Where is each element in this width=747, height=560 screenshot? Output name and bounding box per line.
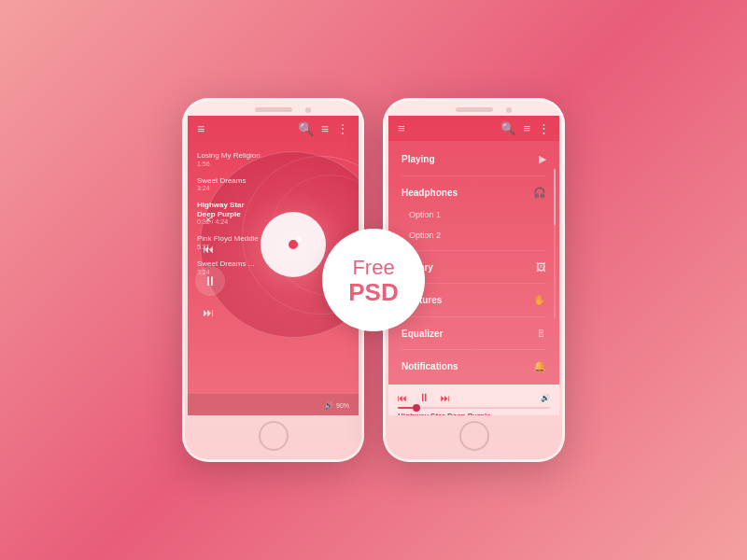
more-icon[interactable]: ⋮ (538, 121, 550, 135)
phone2-bottom (385, 415, 563, 460)
search-icon[interactable]: 🔍 (298, 121, 314, 136)
notifications-label: Notifications (402, 361, 458, 371)
track-name: Losing My Religion (197, 151, 300, 161)
phones-container: ≡ 🔍 ≡ ⋮ (0, 0, 747, 560)
search-icon[interactable]: 🔍 (500, 121, 515, 135)
phone1-bottom (184, 415, 362, 460)
phone1-topbar: ≡ 🔍 ≡ ⋮ (188, 116, 359, 142)
divider (402, 250, 546, 251)
track-name: Sweet Dreams (197, 176, 300, 186)
scrollbar[interactable] (554, 169, 556, 318)
volume-level: 90% (336, 402, 349, 409)
divider (402, 349, 546, 350)
menu-sub-option2[interactable]: Option 2 (402, 223, 546, 244)
notifications-icon: 🔔 (533, 360, 546, 372)
queue-icon[interactable]: ≡ (523, 121, 530, 135)
equalizer-label: Equalizer (402, 329, 443, 339)
mini-play-button[interactable]: ⏸ (418, 391, 430, 404)
menu-item-equalizer[interactable]: Equalizer 🎚 (402, 324, 546, 343)
home-button[interactable] (259, 421, 289, 451)
phone2-speaker (456, 107, 493, 112)
library-icon: 🖼 (536, 261, 546, 273)
phone1-speaker (255, 107, 292, 112)
menu-item-headphones[interactable]: Headphones 🎧 (402, 183, 546, 203)
track-item[interactable]: Sweet Dreams 3:24 (197, 176, 300, 192)
queue-icon[interactable]: ≡ (321, 121, 329, 136)
scrollbar-thumb (554, 169, 556, 225)
mini-prev-button[interactable]: ⏮ (398, 393, 407, 403)
play-pause-button[interactable]: ⏸ (195, 266, 225, 296)
option2-label: Option 2 (409, 231, 441, 240)
volume-row: 🔊 90% (197, 401, 349, 410)
home-button-2[interactable] (459, 421, 489, 451)
track-item[interactable]: Losing My Religion 1:56 (197, 151, 300, 167)
more-icon[interactable]: ⋮ (336, 121, 349, 136)
mini-controls: ⏮ ⏸ ⏭ 🔊 (398, 391, 550, 404)
track-duration: 3:24 (197, 185, 300, 191)
phone2-camera (506, 107, 512, 113)
playing-label: Playing (402, 154, 435, 164)
headphones-icon: 🎧 (533, 187, 546, 199)
menu-section-headphones: Headphones 🎧 Option 1 Option 2 (388, 178, 559, 248)
menu-sub-option1[interactable]: Option 1 (402, 203, 546, 223)
psd-label: PSD (348, 280, 398, 304)
next-button[interactable]: ⏭ (195, 300, 221, 326)
player-controls: ✕ ⏮ ⏸ ⏭ (195, 206, 225, 329)
menu-section-notifications: Notifications 🔔 (388, 352, 559, 381)
mini-progress-bar[interactable] (398, 407, 550, 409)
menu-icon[interactable]: ≡ (197, 121, 204, 136)
menu-hamburger-icon[interactable]: ≡ (398, 121, 405, 135)
menu-item-playing[interactable]: Playing ▶ (402, 149, 546, 169)
menu-item-notifications[interactable]: Notifications 🔔 (402, 357, 546, 376)
gestures-icon: ✋ (533, 294, 546, 306)
free-psd-badge: Free PSD (322, 229, 425, 331)
menu-section-playing: Playing ▶ (388, 145, 559, 174)
playing-icon: ▶ (539, 153, 546, 165)
prev-button[interactable]: ⏮ (195, 236, 221, 262)
phone1-camera (305, 107, 311, 113)
phone1-topbar-right: 🔍 ≡ ⋮ (298, 121, 349, 136)
mini-progress-dot (413, 404, 420, 412)
free-label: Free (352, 256, 394, 280)
mini-player: ⏮ ⏸ ⏭ 🔊 Highway Star Deep Purple 0:32 / … (388, 385, 559, 415)
divider (402, 316, 546, 317)
phone2-top (385, 100, 563, 116)
phone1-top (184, 100, 362, 116)
equalizer-icon: 🎚 (536, 328, 546, 339)
shuffle-button[interactable]: ✕ (195, 206, 221, 232)
bottom-player: 🔊 90% (188, 394, 359, 415)
mini-progress-fill (398, 407, 416, 409)
mini-next-button[interactable]: ⏭ (441, 393, 450, 403)
option1-label: Option 1 (409, 210, 441, 219)
volume-icon: 🔊 (324, 401, 333, 410)
phone2-topbar-right: 🔍 ≡ ⋮ (500, 121, 550, 135)
mini-volume-icon: 🔊 (541, 394, 550, 402)
track-duration: 1:56 (197, 161, 300, 167)
menu-section-equalizer: Equalizer 🎚 (388, 319, 559, 347)
headphones-label: Headphones (402, 188, 458, 198)
phone2-topbar: ≡ 🔍 ≡ ⋮ (388, 116, 559, 141)
divider (402, 175, 546, 176)
menu-item-gestures[interactable]: Gestures ✋ (402, 290, 546, 310)
